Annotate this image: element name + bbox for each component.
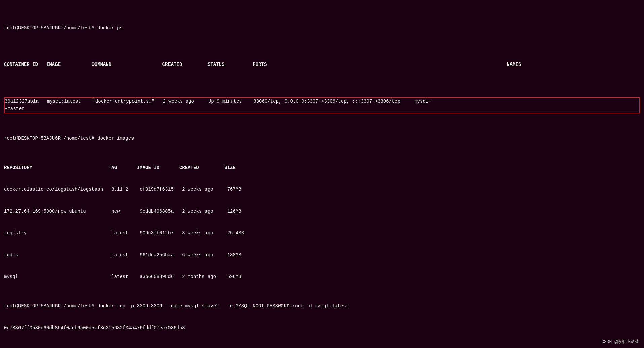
docker-images-row-1: docker.elastic.co/logstash/logstash 8.11… <box>4 186 640 193</box>
watermark: CSDN @陈年小趴菜 <box>601 339 639 345</box>
line-docker-run-cmd: root@DESKTOP-5BAJU6R:/home/test# docker … <box>4 303 640 310</box>
docker-images-header: REPOSITORY TAG IMAGE ID CREATED SIZE <box>4 164 640 172</box>
docker-images-row-4: redis latest 961dda256baa 6 weeks ago 13… <box>4 252 640 259</box>
docker-images-row-2: 172.27.64.169:5000/new_ubuntu new 9eddb4… <box>4 208 640 215</box>
line-1: root@DESKTOP-5BAJU6R:/home/test# docker … <box>4 25 640 32</box>
docker-ps-row-1: 30a12327ab1a mysql:latest "docker-entryp… <box>4 97 640 113</box>
docker-ps-header: CONTAINER ID IMAGE COMMAND CREATED STATU… <box>4 61 640 69</box>
docker-images-row-3: registry latest 909c3ff012b7 3 weeks ago… <box>4 230 640 237</box>
terminal-window: root@DESKTOP-5BAJU6R:/home/test# docker … <box>0 0 644 348</box>
line-docker-images-cmd: root@DESKTOP-5BAJU6R:/home/test# docker … <box>4 135 640 142</box>
line-container-id-output: 0e78867ff0580d60db854f0aeb9a00d5ef8c3156… <box>4 324 640 332</box>
docker-images-row-5: mysql latest a3b6608898d6 2 months ago 5… <box>4 273 640 281</box>
